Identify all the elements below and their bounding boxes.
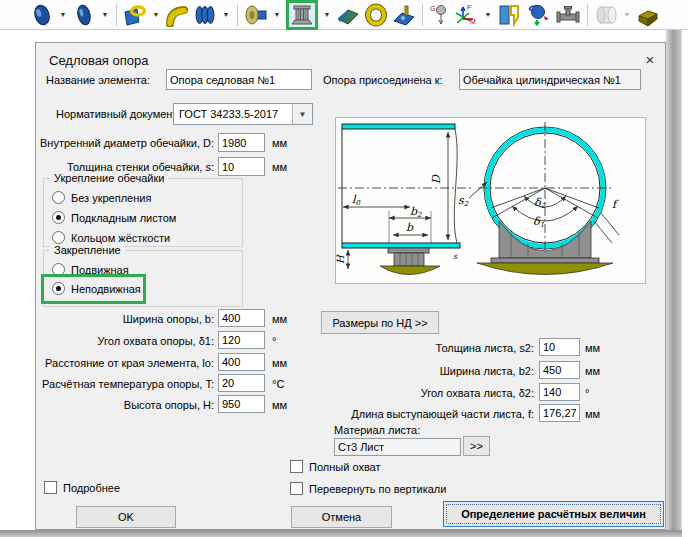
svg-text:s2: s2 (458, 194, 469, 208)
calc-values-button[interactable]: Определение расчётных величин (443, 501, 664, 527)
sheet-overhang-input[interactable] (539, 404, 580, 422)
attached-to-field (459, 69, 641, 90)
saddle-support-dialog: Седловая опора × Название элемента: Опор… (35, 42, 666, 530)
sheet-width-unit: мм (585, 365, 600, 377)
sheet-width-input[interactable] (539, 361, 580, 379)
sheet-angle-label: Угол охвата листа, δ2: (276, 387, 534, 399)
attached-to-label: Опора присоединена к: (323, 74, 443, 86)
flanged-connection-icon[interactable] (244, 3, 268, 27)
chevron-down-icon[interactable]: ▼ (100, 11, 110, 18)
details-checkbox[interactable]: Подробнее (44, 481, 120, 494)
chevron-down-icon[interactable]: ▼ (272, 11, 282, 18)
norm-doc-value: ГОСТ 34233.5-2017 (174, 108, 292, 120)
edge-distance-label: Расстояние от края элемента, lo: (36, 357, 214, 369)
main-toolbar: ▼ ▼ ▼ ▼ ▼ ▼ (0, 0, 688, 30)
svg-text:D: D (430, 174, 443, 184)
gasket-plate-icon[interactable] (336, 3, 360, 27)
ok-button[interactable]: OK (76, 506, 176, 528)
sheet-angle-input[interactable] (539, 383, 580, 401)
design-temp-label: Расчётная температура опоры, T: (36, 378, 214, 390)
roll-disabled-icon (594, 3, 618, 27)
elliptical-head-icon[interactable] (30, 3, 54, 27)
chevron-down-icon[interactable]: ▼ (151, 11, 161, 18)
radio-backing-sheet[interactable]: Подкладным листом (52, 211, 176, 224)
sheet-overhang-label: Длина выступающей части листа, f: (276, 408, 534, 420)
svg-text:M: M (470, 18, 476, 25)
support-angle-input[interactable] (218, 331, 265, 349)
forces-moments-icon[interactable]: FM (453, 3, 479, 27)
checkbox-icon[interactable] (44, 481, 57, 494)
wall-thickness-input[interactable] (218, 157, 265, 176)
inner-diameter-input[interactable] (218, 133, 265, 152)
support-height-input[interactable] (218, 395, 265, 413)
inner-diameter-label: Внутренний диаметр обечайки, D: (36, 137, 214, 149)
toolbar-separator (116, 4, 117, 26)
rotate-sphere-icon[interactable] (525, 3, 551, 27)
element-name-label: Название элемента: (46, 74, 150, 86)
checkbox-icon[interactable] (290, 460, 303, 473)
support-width-input[interactable] (218, 309, 265, 327)
norm-doc-label: Нормативный документ: (56, 108, 181, 120)
support-width-label: Ширина опоры, b: (36, 313, 214, 325)
inner-diameter-unit: мм (272, 137, 287, 149)
saddle-support-icon[interactable] (286, 0, 318, 30)
expansion-joint-icon[interactable] (193, 3, 217, 27)
material-field (334, 438, 461, 456)
design-temp-input[interactable] (218, 374, 265, 392)
toolbar-separator (422, 4, 423, 26)
machined-part-icon[interactable] (392, 3, 416, 27)
saddle-diagram: l0 b2 b D H s (335, 117, 646, 284)
nozzle-icon[interactable] (123, 3, 147, 27)
gravity-pin-icon[interactable]: G (429, 3, 449, 27)
radio-stiffening-ring[interactable]: Кольцом жёсткости (52, 231, 170, 244)
sheet-angle-unit: ° (585, 387, 589, 399)
sheet-thickness-input[interactable] (539, 338, 580, 356)
window-scrollbar[interactable] (666, 30, 682, 537)
flat-head-icon[interactable] (72, 3, 96, 27)
nd-sizes-button[interactable]: Размеры по НД >> (321, 311, 439, 334)
chevron-down-icon[interactable]: ▼ (221, 11, 231, 18)
radio-fixed[interactable]: Неподвижная (52, 282, 141, 295)
svg-text:f: f (612, 198, 619, 211)
full-wrap-checkbox[interactable]: Полный охват (290, 460, 381, 473)
toolbar-separator (587, 4, 588, 26)
edge-distance-input[interactable] (218, 353, 265, 371)
window-bottom-edge (0, 530, 682, 537)
app-screen: ▼ ▼ ▼ ▼ ▼ ▼ (0, 0, 688, 537)
support-width-unit: мм (272, 313, 287, 325)
radio-selected-icon[interactable] (52, 282, 65, 295)
bar-stock-icon[interactable] (636, 3, 660, 27)
material-browse-button[interactable]: >> (463, 436, 490, 456)
chevron-down-icon[interactable]: ▼ (322, 11, 332, 18)
support-height-label: Высота опоры, H: (36, 399, 214, 411)
chevron-down-icon[interactable]: ▼ (58, 11, 68, 18)
radio-icon[interactable] (52, 191, 65, 204)
chevron-down-icon[interactable]: ▼ (483, 11, 493, 18)
fixing-group-title: Закрепление (50, 244, 125, 256)
elbow-icon[interactable] (165, 3, 189, 27)
sheet-thickness-label: Толщина листа, s2: (276, 342, 534, 354)
norm-doc-select[interactable]: ГОСТ 34233.5-2017 ▼ (173, 103, 313, 125)
toolbar-separator (237, 4, 238, 26)
sheet-width-label: Ширина листа, b2: (276, 365, 534, 377)
pipe-fitting-icon[interactable] (555, 3, 581, 27)
svg-text:δ2: δ2 (534, 196, 546, 210)
chevron-down-icon[interactable]: ▼ (292, 104, 312, 124)
svg-text:b: b (406, 221, 414, 234)
flip-vertical-checkbox[interactable]: Перевернуть по вертикали (290, 482, 446, 495)
element-name-input[interactable] (166, 69, 312, 90)
reinforcement-group-title: Укрепление обечайки (50, 172, 168, 184)
sheet-overhang-unit: мм (585, 408, 600, 420)
ring-icon[interactable] (364, 3, 388, 27)
radio-icon[interactable] (52, 231, 65, 244)
radio-no-reinforcement[interactable]: Без укрепления (52, 191, 151, 204)
svg-text:s: s (453, 252, 458, 261)
close-icon[interactable]: × (639, 49, 661, 71)
radio-selected-icon[interactable] (52, 211, 65, 224)
support-angle-label: Угол охвата опоры, δ1: (36, 335, 214, 347)
cancel-button[interactable]: Отмена (291, 506, 392, 528)
plate-icon[interactable] (497, 3, 521, 27)
checkbox-icon[interactable] (290, 482, 303, 495)
wall-thickness-unit: мм (272, 161, 287, 173)
dialog-title: Седловая опора (49, 53, 148, 68)
